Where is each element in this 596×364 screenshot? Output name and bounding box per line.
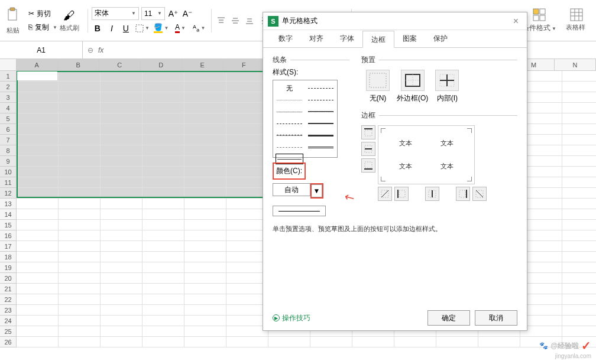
- cell[interactable]: [562, 113, 596, 124]
- cell[interactable]: [17, 316, 59, 326]
- cell[interactable]: [59, 284, 101, 294]
- line-style-option[interactable]: [307, 118, 335, 129]
- border-left-button[interactable]: [394, 187, 409, 201]
- paste-label[interactable]: 粘贴: [7, 26, 20, 35]
- line-style-option[interactable]: [307, 154, 335, 164]
- cell[interactable]: [17, 262, 59, 273]
- cell[interactable]: [142, 241, 184, 252]
- font-color-button[interactable]: A ▼: [172, 22, 189, 34]
- cell[interactable]: [562, 294, 596, 305]
- cell[interactable]: [142, 135, 184, 145]
- col-header[interactable]: C: [99, 59, 141, 71]
- cell[interactable]: [184, 145, 226, 156]
- tab-number[interactable]: 数字: [270, 30, 301, 47]
- cell[interactable]: [142, 156, 184, 167]
- cell[interactable]: [17, 284, 59, 294]
- table-style-label[interactable]: 表格样: [566, 23, 587, 32]
- cell[interactable]: [562, 177, 596, 188]
- cell[interactable]: [562, 71, 596, 82]
- cell[interactable]: [101, 326, 142, 337]
- cell[interactable]: [184, 305, 226, 316]
- cell[interactable]: [184, 209, 226, 220]
- cell[interactable]: [562, 103, 596, 113]
- cell[interactable]: [101, 230, 142, 241]
- cell[interactable]: [17, 220, 59, 230]
- cell[interactable]: [562, 135, 596, 145]
- format-painter-icon[interactable]: 🖌: [63, 9, 75, 22]
- line-style-option[interactable]: [276, 118, 303, 129]
- row-header[interactable]: 15: [0, 220, 17, 230]
- increase-font-button[interactable]: A⁺: [167, 8, 179, 20]
- row-header[interactable]: 7: [0, 135, 17, 145]
- cell[interactable]: [59, 92, 101, 103]
- border-bottom-button[interactable]: [361, 158, 375, 173]
- cell[interactable]: [59, 241, 101, 252]
- cell[interactable]: [17, 273, 59, 284]
- row-header[interactable]: 5: [0, 113, 17, 124]
- cell[interactable]: [562, 220, 596, 230]
- border-hmid-button[interactable]: [361, 142, 375, 156]
- row-header[interactable]: 26: [0, 337, 17, 347]
- cell[interactable]: [562, 284, 596, 294]
- cell[interactable]: [268, 337, 310, 347]
- cut-button[interactable]: ✂ 剪切: [26, 8, 60, 20]
- cell[interactable]: [17, 113, 59, 124]
- table-style-icon[interactable]: [569, 8, 584, 22]
- bold-button[interactable]: B: [92, 22, 103, 34]
- cell[interactable]: [142, 82, 184, 92]
- phonetic-button[interactable]: ᴬₐ▼: [191, 22, 208, 34]
- cell[interactable]: [101, 337, 142, 347]
- cell[interactable]: [101, 252, 142, 262]
- cell[interactable]: [59, 188, 101, 199]
- cell[interactable]: [59, 252, 101, 262]
- cell[interactable]: [184, 188, 226, 199]
- row-header[interactable]: 3: [0, 92, 17, 103]
- cell[interactable]: [184, 156, 226, 167]
- name-box[interactable]: A1: [0, 41, 83, 58]
- cell[interactable]: [17, 294, 59, 305]
- cell[interactable]: [562, 326, 596, 337]
- cell[interactable]: [101, 199, 142, 209]
- cell[interactable]: [562, 82, 596, 92]
- cell[interactable]: [562, 316, 596, 326]
- tab-align[interactable]: 对齐: [301, 30, 332, 47]
- cell[interactable]: [17, 326, 59, 337]
- cancel-button[interactable]: 取消: [475, 310, 517, 326]
- cell[interactable]: [59, 326, 101, 337]
- cell[interactable]: [59, 262, 101, 273]
- cell[interactable]: [17, 92, 59, 103]
- cell[interactable]: [352, 337, 394, 347]
- cell[interactable]: [17, 177, 59, 188]
- cell[interactable]: [562, 92, 596, 103]
- border-diag-up-button[interactable]: [378, 187, 392, 201]
- underline-button[interactable]: U: [120, 22, 132, 34]
- fx-icon[interactable]: fx: [98, 46, 103, 54]
- close-button[interactable]: ×: [510, 16, 522, 27]
- cell[interactable]: [562, 199, 596, 209]
- border-color-select[interactable]: 自动: [273, 183, 310, 196]
- cell[interactable]: [59, 124, 101, 135]
- cell[interactable]: [17, 209, 59, 220]
- cell[interactable]: [184, 273, 226, 284]
- cell[interactable]: [142, 71, 184, 82]
- cell[interactable]: [142, 209, 184, 220]
- border-right-button[interactable]: [456, 187, 470, 201]
- row-header[interactable]: 24: [0, 316, 17, 326]
- cell[interactable]: [142, 220, 184, 230]
- cell[interactable]: [142, 305, 184, 316]
- cell[interactable]: [142, 337, 184, 347]
- row-header[interactable]: 23: [0, 305, 17, 316]
- line-style-option[interactable]: [307, 95, 335, 105]
- cell[interactable]: [17, 252, 59, 262]
- cell[interactable]: [562, 252, 596, 262]
- zoom-fit-icon[interactable]: ⊖: [88, 46, 93, 54]
- cell[interactable]: [142, 124, 184, 135]
- cell[interactable]: [59, 145, 101, 156]
- row-header[interactable]: 19: [0, 262, 17, 273]
- cell[interactable]: [59, 167, 101, 177]
- cell[interactable]: [142, 316, 184, 326]
- format-painter-label[interactable]: 格式刷: [60, 24, 79, 32]
- tab-font[interactable]: 字体: [332, 30, 362, 47]
- cell[interactable]: [562, 209, 596, 220]
- row-header[interactable]: 17: [0, 241, 17, 252]
